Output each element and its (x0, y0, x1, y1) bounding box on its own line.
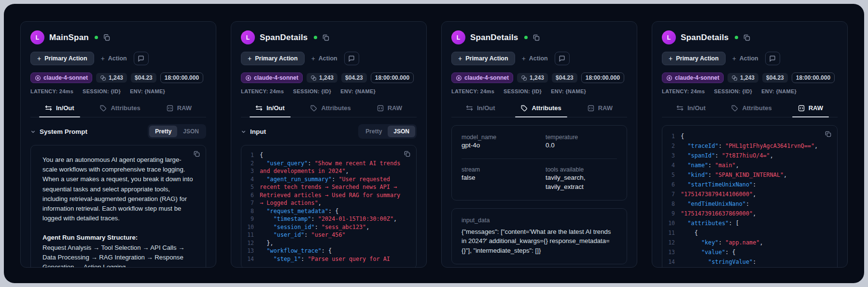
primary-action-button[interactable]: +Primary Action (30, 52, 94, 65)
copy-icon[interactable] (532, 34, 540, 42)
meta-row: LATENCY: 24ms SESSION: {ID} ENV: {NAME} (241, 88, 417, 94)
chevron-down-icon[interactable] (241, 129, 246, 134)
attr-label: stream (462, 166, 539, 173)
pretty-toggle[interactable]: Pretty (360, 126, 388, 137)
action-row: +Primary Action +Action (662, 52, 838, 65)
model-icon (245, 75, 252, 81)
tab-in-out[interactable]: In/Out (44, 102, 75, 117)
tab-attributes[interactable]: Attributes (520, 102, 562, 117)
meta-row: LATENCY: 24ms SESSION: {ID} ENV: {NAME} (30, 88, 206, 94)
code-line: 9 "timestamp": "2024-01-15T10:30:00Z", (245, 215, 410, 223)
json-toggle[interactable]: JSON (177, 126, 205, 137)
copy-icon[interactable] (404, 150, 411, 158)
attr-value: 0.0 (546, 141, 617, 150)
cost-badge: $04.23 (341, 73, 367, 83)
code-line: 4 "name": "main", (666, 160, 831, 170)
card-header: L SpanDetails (241, 30, 417, 44)
tokens-badge: 1,243 (96, 73, 127, 83)
code-line: 14 "step_1": "Parse user query for AI (245, 255, 410, 263)
copy-icon[interactable] (193, 150, 200, 158)
model-icon (35, 75, 41, 81)
code-line: 6 "startTimeUnixNano": (666, 180, 831, 189)
tab-attributes[interactable]: Attributes (99, 102, 141, 117)
code-line: 13 "workflow_trace": { (245, 247, 410, 255)
pretty-toggle[interactable]: Pretty (149, 126, 177, 137)
code-line: 12 }, (245, 239, 410, 247)
attr-label: model_name (462, 134, 539, 141)
badge-row: claude-4-sonnet 1,243 $04.23 18:00:00.00… (662, 72, 838, 83)
copy-icon[interactable] (825, 130, 832, 138)
plus-icon: + (732, 55, 736, 62)
code-line: 10 "session_id": "sess_abc123", (245, 223, 410, 231)
copy-icon[interactable] (322, 34, 330, 42)
chevron-down-icon[interactable] (30, 129, 36, 134)
input-data-value: {"messages": ["content='What are the lat… (462, 227, 617, 256)
meta-row: LATENCY: 24ms SESSION: {ID} ENV: {NAME} (451, 88, 627, 94)
latency-label: LATENCY: 24ms (30, 88, 73, 94)
tab-attributes[interactable]: Attributes (730, 102, 772, 117)
tab-in-out[interactable]: In/Out (465, 102, 496, 117)
card-header: L MainSpan (30, 30, 206, 44)
action-row: +Primary Action +Action (30, 52, 206, 65)
tab-raw[interactable]: RAW (166, 102, 193, 117)
span-card-attributes: L SpanDetails +Primary Action +Action cl… (441, 21, 637, 268)
plus-icon: + (37, 55, 41, 62)
section-title: Input (250, 128, 266, 135)
attr-label: tools available (546, 166, 617, 173)
code-line: 12 "key": "app.name", (666, 238, 831, 247)
section-header: System Prompt Pretty JSON (30, 124, 206, 139)
prose-paragraph: Agent Run Summary Structure: (42, 233, 195, 243)
raw-icon (377, 105, 384, 112)
status-dot (524, 36, 528, 39)
tab-attributes[interactable]: Attributes (309, 102, 351, 117)
tab-raw[interactable]: RAW (587, 102, 614, 117)
cost-badge: $04.23 (552, 73, 577, 83)
copy-icon[interactable] (743, 34, 751, 42)
tab-raw[interactable]: RAW (797, 102, 824, 117)
cost-badge: $04.23 (762, 73, 788, 83)
time-badge: 18:00:00.000 (581, 72, 624, 83)
model-badge: claude-4-sonnet (451, 72, 513, 83)
action-button[interactable]: +Action (522, 55, 548, 62)
tokens-badge: 1,243 (307, 73, 337, 83)
env-label: ENV: {NAME} (761, 88, 797, 94)
code-line: 10 "attributes": [ (666, 218, 831, 228)
primary-action-button[interactable]: +Primary Action (662, 52, 726, 65)
comment-button[interactable] (344, 52, 359, 65)
badge-row: claude-4-sonnet 1,243 $04.23 18:00:00.00… (451, 72, 627, 83)
tab-bar: In/Out Attributes RAW (662, 102, 838, 117)
input-data-box: input_data {"messages": ["content='What … (451, 208, 627, 264)
view-toggle: Pretty JSON (358, 124, 417, 139)
tab-raw[interactable]: RAW (376, 102, 403, 117)
attr-cell: stream false (462, 166, 539, 192)
code-line: 2 "traceId": "PHL1gt1FhyAgcA3641rvnQ==", (666, 141, 831, 151)
span-title: SpanDetails (260, 33, 308, 43)
comment-button[interactable] (134, 52, 149, 65)
latency-label: LATENCY: 24ms (241, 88, 284, 94)
time-badge: 18:00:00.000 (792, 72, 835, 83)
code-line: 9"1751473916637869000", (666, 209, 831, 218)
time-badge: 18:00:00.000 (371, 72, 414, 83)
prose-paragraph: Request Analysis → Tool Selection → API … (42, 243, 195, 268)
primary-action-button[interactable]: +Primary Action (451, 52, 515, 65)
primary-action-button[interactable]: +Primary Action (241, 52, 305, 65)
json-toggle[interactable]: JSON (388, 126, 415, 137)
tab-in-out[interactable]: In/Out (675, 102, 707, 117)
span-card-raw: L SpanDetails +Primary Action +Action cl… (652, 21, 848, 268)
latency-label: LATENCY: 24ms (451, 88, 494, 94)
code-line: 8 "endTimeUnixNano": (666, 199, 831, 209)
comment-button[interactable] (555, 52, 570, 65)
status-dot (735, 36, 738, 39)
copy-icon[interactable] (103, 34, 111, 42)
tab-in-out[interactable]: In/Out (254, 102, 286, 117)
action-button[interactable]: +Action (101, 55, 127, 62)
session-label: SESSION: {ID} (714, 88, 752, 94)
action-row: +Primary Action +Action (241, 52, 417, 65)
action-button[interactable]: +Action (311, 55, 337, 62)
badge-row: claude-4-sonnet 1,243 $04.23 18:00:00.00… (30, 72, 206, 83)
comment-button[interactable] (765, 52, 780, 65)
tokens-badge: 1,243 (728, 73, 758, 83)
raw-json-box: 1{2 "traceId": "PHL1gt1FhyAgcA3641rvnQ==… (662, 125, 838, 268)
input-data-label: input_data (462, 217, 617, 224)
action-button[interactable]: +Action (732, 55, 758, 62)
